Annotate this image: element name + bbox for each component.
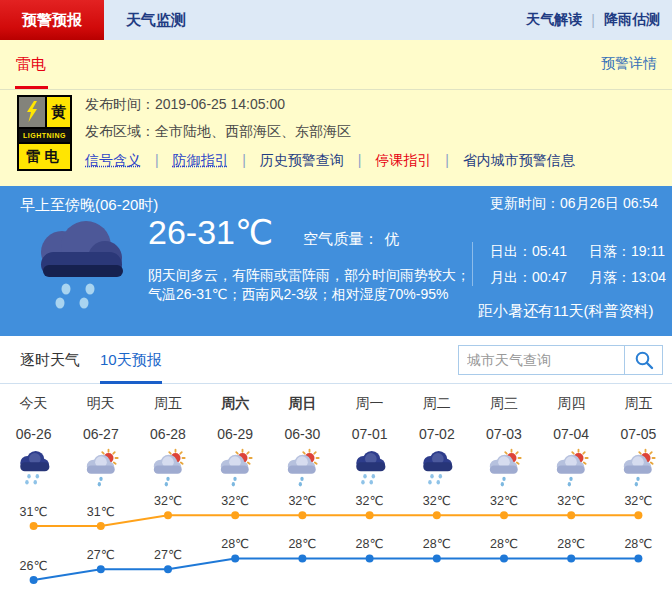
forecast-day-column[interactable]: 周二07-02 <box>403 384 470 493</box>
link-class-suspension-guide[interactable]: 停课指引 <box>375 152 431 168</box>
low-temp-label: 28℃ <box>356 537 384 551</box>
moonrise-item: 月出：00:47 <box>490 264 567 290</box>
high-temp-point <box>231 511 239 519</box>
solar-term-note-link[interactable]: 距小暑还有11天(科普资料) <box>478 302 654 321</box>
day-weather-icon <box>618 447 658 489</box>
day-date: 07-02 <box>403 426 470 442</box>
low-temp-label: 27℃ <box>87 548 115 562</box>
low-temp-point <box>298 554 306 562</box>
city-search-input[interactable] <box>458 345 625 375</box>
update-time-label: 更新时间： <box>490 195 560 211</box>
link-history-warning-query[interactable]: 历史预警查询 <box>260 152 344 168</box>
day-date: 06-29 <box>202 426 269 442</box>
low-temp-point <box>433 554 441 562</box>
warning-type-tab[interactable]: 雷电 <box>16 55 46 74</box>
warning-type-active-underline <box>15 86 48 89</box>
day-weather-icon <box>148 447 188 489</box>
rain-icon <box>14 447 54 489</box>
link-signal-meaning[interactable]: 信号含义 <box>85 152 141 168</box>
warning-detail-link[interactable]: 预警详情 <box>601 55 657 73</box>
high-temp-point <box>567 511 575 519</box>
high-temp-label: 32℃ <box>154 494 182 508</box>
low-temp-point <box>30 576 38 584</box>
top-nav: 预警预报 天气监测 天气解读 | 降雨估测 <box>0 0 672 40</box>
low-temp-point <box>231 554 239 562</box>
day-name: 周一 <box>336 395 403 413</box>
low-temp-point <box>97 565 105 573</box>
warning-links-row: 信号含义 | 防御指引 | 历史预警查询 | 停课指引 | 省内城市预警信息 <box>85 152 575 170</box>
low-temp-point <box>567 554 575 562</box>
day-name: 周日 <box>269 395 336 413</box>
search-icon <box>634 350 654 370</box>
forecast-days: 今天06-26 明天06-27 周五06-28 <box>0 384 672 493</box>
high-temp-label: 31℃ <box>87 505 115 519</box>
forecast-day-column[interactable]: 周六06-29 <box>202 384 269 493</box>
sunrise-value: 05:41 <box>532 243 567 259</box>
low-temp-line <box>34 558 639 580</box>
sun-shower-icon <box>551 447 591 489</box>
day-weather-icon <box>484 447 524 489</box>
issue-time-label: 发布时间： <box>85 96 155 112</box>
warn-link-separator: | <box>232 152 256 168</box>
rain-icon <box>417 447 457 489</box>
tab-hourly-weather[interactable]: 逐时天气 <box>20 336 80 384</box>
sun-shower-icon <box>148 447 188 489</box>
low-temp-label: 28℃ <box>490 537 518 551</box>
high-temp-point <box>30 522 38 530</box>
day-date: 07-05 <box>605 426 672 442</box>
forecast-day-column[interactable]: 周五07-05 <box>605 384 672 493</box>
link-weather-interpretation[interactable]: 天气解读 <box>526 11 582 29</box>
low-temp-label: 28℃ <box>288 537 316 551</box>
day-weather-icon <box>350 447 390 489</box>
link-defense-guide[interactable]: 防御指引 <box>172 152 228 168</box>
day-date: 06-28 <box>134 426 201 442</box>
day-name: 今天 <box>0 395 67 413</box>
forecast-day-column[interactable]: 今天06-26 <box>0 384 67 493</box>
day-weather-icon <box>417 447 457 489</box>
forecast-day-column[interactable]: 周四07-04 <box>538 384 605 493</box>
low-temp-label: 26℃ <box>20 559 48 573</box>
forecast-day-column[interactable]: 周三07-03 <box>470 384 537 493</box>
tab-ten-day-forecast[interactable]: 10天预报 <box>100 336 162 384</box>
day-weather-icon <box>81 447 121 489</box>
weather-description-line2: 气温26-31℃；西南风2-3级；相对湿度70%-95% <box>148 285 470 304</box>
tab-warning-forecast[interactable]: 预警预报 <box>0 0 104 40</box>
high-temp-label: 32℃ <box>557 494 585 508</box>
high-temp-label: 32℃ <box>490 494 518 508</box>
sun-shower-icon <box>81 447 121 489</box>
low-temp-label: 28℃ <box>423 537 451 551</box>
sunset-value: 19:11 <box>631 243 665 259</box>
issue-area-value: 全市陆地、西部海区、东部海区 <box>155 123 351 139</box>
low-temp-label: 28℃ <box>221 537 249 551</box>
high-temp-label: 32℃ <box>423 494 451 508</box>
panel-vertical-divider <box>472 242 473 286</box>
weather-description: 阴天间多云，有阵雨或雷阵雨，部分时间雨势较大； 气温26-31℃；西南风2-3级… <box>148 266 470 304</box>
day-name: 明天 <box>67 395 134 413</box>
link-rain-estimate[interactable]: 降雨估测 <box>604 11 660 29</box>
update-time-value: 06月26日 06:54 <box>560 195 658 211</box>
forecast-day-column[interactable]: 周一07-01 <box>336 384 403 493</box>
city-search-group <box>458 345 663 375</box>
weather-description-line1: 阴天间多云，有阵雨或雷阵雨，部分时间雨势较大； <box>148 266 470 285</box>
high-temp-label: 32℃ <box>288 494 316 508</box>
link-province-city-warnings[interactable]: 省内城市预警信息 <box>463 152 575 168</box>
rain-cloud-icon <box>26 216 130 320</box>
sun-shower-icon <box>618 447 658 489</box>
moonset-item: 月落：13:04 <box>589 264 666 290</box>
nav-link-separator: | <box>582 12 604 28</box>
high-temp-point <box>433 511 441 519</box>
high-temp-point <box>298 511 306 519</box>
forecast-day-column[interactable]: 周五06-28 <box>134 384 201 493</box>
day-name: 周六 <box>202 395 269 413</box>
moonrise-label: 月出： <box>490 269 532 285</box>
rain-icon <box>350 447 390 489</box>
forecast-day-column[interactable]: 周日06-30 <box>269 384 336 493</box>
search-button[interactable] <box>625 345 663 375</box>
day-date: 06-27 <box>67 426 134 442</box>
warning-sign-cn-text: 雷电 <box>19 144 70 169</box>
tab-weather-monitor[interactable]: 天气监测 <box>104 0 208 40</box>
warning-level-text: 黄 <box>47 97 70 127</box>
forecast-day-column[interactable]: 明天06-27 <box>67 384 134 493</box>
update-time-line: 更新时间：06月26日 06:54 <box>490 195 658 213</box>
sunset-label: 日落： <box>589 243 631 259</box>
